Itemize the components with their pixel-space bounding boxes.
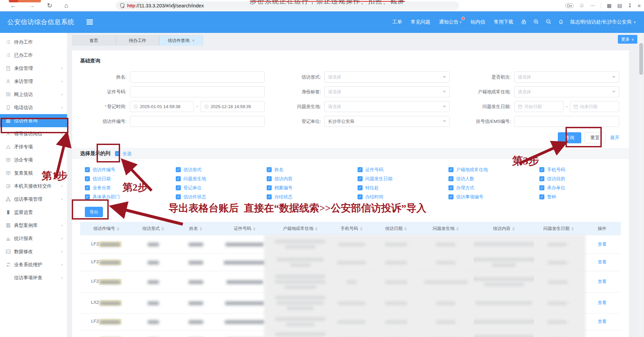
- column-checkbox-信访事项编号[interactable]: ✓信访事项编号: [448, 194, 539, 200]
- close-icon[interactable]: ×: [192, 38, 195, 43]
- bell-icon[interactable]: [558, 19, 564, 26]
- checked-checkbox-icon[interactable]: ✓: [85, 167, 90, 172]
- column-checkbox-信访形式[interactable]: ✓信访形式: [176, 167, 267, 173]
- checked-checkbox-icon[interactable]: ✓: [448, 194, 453, 199]
- column-checkbox-办结时间[interactable]: ✓办结时间: [358, 194, 448, 200]
- problem-date-end-input[interactable]: 结束日期: [570, 101, 619, 112]
- column-checkbox-信访件状态[interactable]: ✓信访件状态: [176, 194, 267, 200]
- sidebar-item-信访事项管理[interactable]: 信访事项管理∨: [0, 193, 67, 206]
- browser-menu-icon[interactable]: ≡: [638, 3, 641, 8]
- checked-checkbox-icon[interactable]: ✓: [358, 185, 363, 190]
- checked-checkbox-icon[interactable]: ✓: [176, 185, 181, 190]
- sidebar-item-信访事项评查[interactable]: 信访事项评查∨: [0, 271, 67, 284]
- sidebar-item-信访件查询[interactable]: 信访件查询: [0, 114, 67, 127]
- column-header-信访件编号[interactable]: 信访件编号: [80, 222, 132, 235]
- tab-首页[interactable]: 首页: [72, 35, 116, 46]
- sidebar-item-典型案例库[interactable]: 典型案例库∨: [0, 219, 67, 232]
- column-checkbox-户籍地或常住地[interactable]: ✓户籍地或常住地: [448, 167, 539, 173]
- sidebar-item-来信管理[interactable]: 来信管理∨: [0, 62, 67, 75]
- column-checkbox-办结状态[interactable]: ✓办结状态: [267, 194, 358, 200]
- header-menu-item[interactable]: 常见问题: [411, 19, 430, 25]
- column-checkbox-证件号码[interactable]: ✓证件号码: [358, 167, 448, 173]
- column-checkbox-具体承办部门[interactable]: ✓具体承办部门: [85, 194, 176, 200]
- column-checkbox-办理方式[interactable]: ✓办理方式: [448, 185, 539, 191]
- checked-checkbox-icon[interactable]: ✓: [448, 176, 453, 181]
- sort-icon[interactable]: [456, 227, 459, 231]
- register-time-to-input[interactable]: 2025-12-18 14:59:35: [201, 101, 265, 112]
- column-header-户籍地或常住地[interactable]: 户籍地或常住地: [272, 222, 329, 235]
- sidebar-item-领导接访阅信[interactable]: 领导接访阅信∨: [0, 127, 67, 140]
- header-menu-item[interactable]: 站内信: [471, 19, 485, 25]
- checked-checkbox-icon[interactable]: ✓: [267, 185, 272, 190]
- column-checkbox-信访人数[interactable]: ✓信访人数: [448, 176, 539, 182]
- column-header-手机号码[interactable]: 手机号码: [329, 222, 374, 235]
- register-time-from-input[interactable]: 2025-01-01 14:59:38: [130, 101, 194, 112]
- sort-icon[interactable]: [512, 227, 515, 231]
- header-menu-item[interactable]: 通知公告∨: [439, 19, 462, 25]
- column-header-姓名[interactable]: 姓名: [174, 222, 218, 235]
- column-header-信访日期[interactable]: 信访日期: [374, 222, 418, 235]
- is-first-select[interactable]: 请选择: [514, 71, 619, 83]
- problem-date-start-input[interactable]: 开始日期: [514, 101, 564, 112]
- column-header-信访形式[interactable]: 信访形式: [132, 222, 174, 235]
- column-header-信访内容[interactable]: 信访内容: [474, 222, 534, 235]
- sort-icon[interactable]: [117, 227, 119, 231]
- problem-place-select[interactable]: 请选择: [324, 101, 450, 112]
- column-checkbox-业务分类[interactable]: ✓业务分类: [85, 185, 176, 191]
- view-link[interactable]: 查看: [598, 300, 606, 305]
- header-menu-item[interactable]: 常用下载: [494, 19, 514, 25]
- column-checkbox-信访内容[interactable]: ✓信访内容: [267, 176, 358, 182]
- reload-icon[interactable]: ↻: [47, 2, 52, 9]
- downloads-icon[interactable]: ↧: [628, 3, 632, 9]
- sidebar-item-数据修改[interactable]: 数据修改∨: [0, 245, 67, 258]
- view-link[interactable]: 查看: [598, 279, 606, 284]
- column-checkbox-登记单位[interactable]: ✓登记单位: [176, 185, 267, 191]
- checked-checkbox-icon[interactable]: ✓: [176, 167, 181, 172]
- column-header-证件号码[interactable]: 证件号码: [218, 222, 272, 235]
- tab-待办工作[interactable]: 待办工作: [116, 35, 159, 46]
- column-header-问题发生日期[interactable]: 问题发生日期: [534, 222, 583, 235]
- column-checkbox-承办单位[interactable]: ✓承办单位: [539, 185, 630, 191]
- vertical-scrollbar[interactable]: [639, 33, 643, 337]
- column-checkbox-信访目的[interactable]: ✓信访目的: [539, 176, 630, 182]
- checked-checkbox-icon[interactable]: ✓: [85, 176, 90, 181]
- user-menu[interactable]: 陈志明/信访处/长沙市公安局 ∨: [571, 19, 636, 25]
- ems-no-input[interactable]: [514, 116, 619, 127]
- column-checkbox-问题发生地[interactable]: ✓问题发生地: [176, 176, 267, 182]
- column-checkbox-档案编号[interactable]: ✓档案编号: [267, 185, 358, 191]
- column-header-问题发生地[interactable]: 问题发生地: [418, 222, 474, 235]
- sidebar-item-监督追责[interactable]: 监督追责: [0, 206, 67, 219]
- sidebar-item-复查复核[interactable]: 复查复核: [0, 166, 67, 180]
- indeterminate-checkbox-icon[interactable]: −: [115, 151, 120, 156]
- sort-icon[interactable]: [200, 227, 202, 231]
- header-menu-item[interactable]: 工单: [392, 19, 402, 25]
- id-number-input[interactable]: [130, 86, 265, 97]
- sidebar-item-本机关接收转交件[interactable]: 本机关接收转交件∨: [0, 180, 67, 193]
- more-button[interactable]: 更多∨: [618, 35, 637, 44]
- checked-checkbox-icon[interactable]: ✓: [85, 185, 90, 190]
- view-link[interactable]: 查看: [598, 259, 606, 264]
- checked-checkbox-icon[interactable]: ✓: [267, 194, 272, 199]
- column-checkbox-信访件编号[interactable]: ✓信访件编号: [85, 167, 176, 173]
- zoom-out-icon[interactable]: [546, 19, 551, 26]
- security-shield-icon[interactable]: [120, 3, 124, 8]
- view-link[interactable]: 查看: [598, 242, 606, 247]
- checked-checkbox-icon[interactable]: ✓: [358, 167, 363, 172]
- more-options-icon[interactable]: ⋯: [590, 3, 595, 9]
- checked-checkbox-icon[interactable]: ✓: [176, 194, 181, 199]
- apps-grid-icon[interactable]: ▦: [607, 3, 611, 9]
- column-checkbox-手机号码[interactable]: ✓手机号码: [539, 167, 630, 173]
- tab-信访件查询[interactable]: 信访件查询×: [159, 35, 203, 46]
- sort-icon[interactable]: [315, 227, 318, 231]
- sort-icon[interactable]: [253, 227, 256, 231]
- petition-no-input[interactable]: [130, 116, 265, 127]
- column-header-操作[interactable]: 操作: [583, 222, 621, 235]
- checked-checkbox-icon[interactable]: ✓: [358, 194, 363, 199]
- sort-icon[interactable]: [161, 227, 164, 231]
- sidebar-item-统计报表[interactable]: 统计报表∨: [0, 232, 67, 245]
- checked-checkbox-icon[interactable]: ✓: [539, 185, 544, 190]
- reading-list-icon[interactable]: ▤: [617, 3, 622, 9]
- sidebar-item-待办工作[interactable]: 待办工作: [0, 36, 67, 49]
- sidebar-item-电话信访[interactable]: 电话信访∨: [0, 101, 67, 114]
- forward-icon[interactable]: →: [29, 2, 35, 9]
